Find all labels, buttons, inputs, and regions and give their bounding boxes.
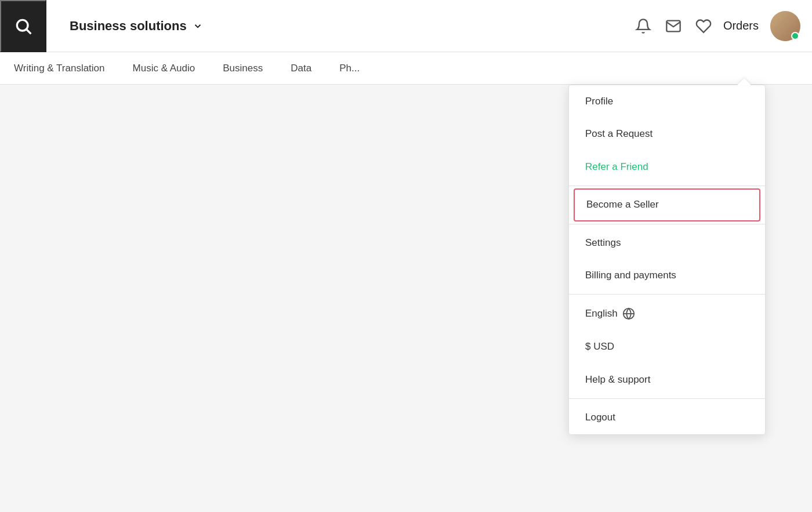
globe-icon	[622, 307, 635, 320]
dropdown-item-english[interactable]: English	[569, 297, 765, 331]
online-indicator	[791, 32, 799, 40]
dropdown-item-refer-friend[interactable]: Refer a Friend	[569, 151, 765, 183]
nav-item-ph[interactable]: Ph...	[337, 52, 362, 85]
dropdown-item-billing[interactable]: Billing and payments	[569, 259, 765, 292]
divider-after-billing	[569, 294, 765, 295]
dropdown-item-become-seller[interactable]: Become a Seller	[574, 188, 760, 221]
header: Business solutions Orders	[0, 0, 812, 52]
dropdown-item-profile[interactable]: Profile	[569, 85, 765, 118]
orders-button[interactable]: Orders	[723, 19, 759, 32]
dropdown-item-usd[interactable]: $ USD	[569, 331, 765, 363]
divider-after-help	[569, 398, 765, 399]
nav-item-music[interactable]: Music & Audio	[130, 52, 198, 85]
divider-below-seller	[569, 224, 765, 224]
navbar: Writing & Translation Music & Audio Busi…	[0, 52, 812, 85]
dropdown-item-logout[interactable]: Logout	[569, 401, 765, 434]
search-button[interactable]	[0, 0, 46, 52]
dropdown-item-settings[interactable]: Settings	[569, 227, 765, 259]
main-content: Profile Post a Request Refer a Friend Be…	[0, 85, 812, 512]
chevron-down-icon	[193, 21, 203, 31]
favorites-icon[interactable]	[695, 18, 712, 34]
header-icon-group	[635, 18, 712, 34]
user-dropdown-menu: Profile Post a Request Refer a Friend Be…	[568, 85, 766, 435]
divider-above-seller	[569, 186, 765, 186]
search-icon	[14, 17, 32, 35]
svg-line-1	[27, 30, 31, 34]
dropdown-item-help[interactable]: Help & support	[569, 364, 765, 396]
nav-item-data[interactable]: Data	[288, 52, 314, 85]
svg-point-0	[17, 20, 28, 31]
nav-item-business[interactable]: Business	[220, 52, 265, 85]
messages-icon[interactable]	[665, 18, 682, 34]
nav-item-writing[interactable]: Writing & Translation	[12, 52, 107, 85]
dropdown-item-post-request[interactable]: Post a Request	[569, 118, 765, 150]
avatar-wrapper[interactable]	[770, 11, 800, 41]
business-solutions-menu[interactable]: Business solutions	[70, 19, 203, 34]
notification-icon[interactable]	[635, 18, 651, 34]
business-solutions-label: Business solutions	[70, 19, 187, 34]
